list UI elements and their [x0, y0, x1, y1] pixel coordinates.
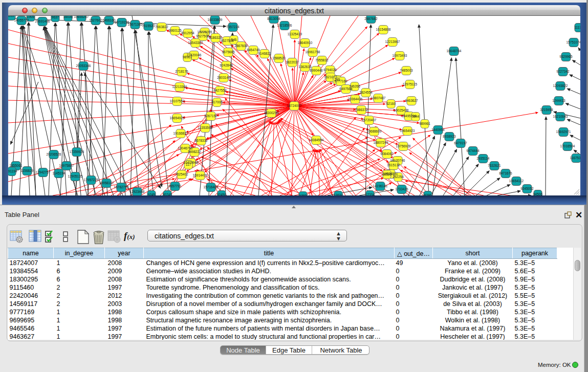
svg-text:17957225: 17957225	[84, 178, 99, 182]
svg-text:1527602: 1527602	[89, 18, 102, 22]
svg-text:15720407: 15720407	[362, 118, 377, 122]
svg-text:6497568: 6497568	[339, 87, 353, 91]
svg-text:8938923: 8938923	[443, 135, 456, 138]
svg-text:12942757: 12942757	[36, 170, 51, 174]
svg-text:10046766: 10046766	[178, 146, 193, 150]
svg-text:10973493: 10973493	[393, 54, 407, 57]
svg-text:252254: 252254	[393, 175, 404, 179]
svg-text:9084067: 9084067	[380, 152, 394, 156]
svg-text:7485003: 7485003	[400, 69, 413, 72]
svg-text:9657791: 9657791	[168, 184, 182, 188]
svg-text:9463627: 9463627	[405, 99, 418, 102]
svg-text:11353594: 11353594	[198, 126, 213, 129]
svg-text:8471676: 8471676	[499, 171, 512, 175]
svg-text:6466160: 6466160	[102, 18, 116, 22]
svg-text:12634: 12634	[334, 193, 343, 195]
svg-text:16543362: 16543362	[188, 41, 203, 45]
svg-text:9329965: 9329965	[559, 55, 573, 58]
svg-text:8912954: 8912954	[181, 31, 194, 35]
svg-text:10655267: 10655267	[74, 16, 89, 18]
svg-text:17359924: 17359924	[70, 150, 84, 154]
svg-text:7625402: 7625402	[175, 172, 188, 176]
svg-text:15716485: 15716485	[204, 185, 219, 189]
svg-text:98961: 98961	[183, 55, 192, 59]
svg-text:8427552: 8427552	[213, 89, 227, 92]
svg-text:1292: 1292	[299, 194, 307, 195]
svg-text:8454749: 8454749	[247, 48, 260, 52]
svg-text:9527506: 9527506	[196, 34, 209, 38]
svg-text:20206528: 20206528	[47, 152, 61, 156]
svg-text:7515520: 7515520	[142, 24, 155, 28]
svg-text:17334: 17334	[365, 193, 375, 195]
svg-text:117: 117	[186, 163, 191, 166]
svg-text:15751074: 15751074	[567, 40, 580, 44]
svg-text:20053346: 20053346	[76, 64, 91, 68]
svg-text:11172: 11172	[574, 26, 580, 29]
svg-text:80745: 80745	[163, 193, 172, 195]
svg-text:3822037: 3822037	[286, 60, 299, 64]
svg-text:7986372: 7986372	[355, 108, 368, 112]
svg-text:9844: 9844	[412, 115, 420, 118]
svg-text:94506: 94506	[533, 192, 542, 195]
svg-text:391194: 391194	[8, 169, 17, 173]
svg-text:9637: 9637	[52, 16, 59, 19]
svg-text:12213369: 12213369	[172, 85, 187, 89]
svg-text:16671385: 16671385	[128, 23, 143, 26]
svg-text:1167533: 1167533	[570, 156, 580, 160]
svg-text:9777169: 9777169	[334, 79, 347, 83]
svg-text:10688609: 10688609	[367, 129, 382, 133]
svg-text:9242848: 9242848	[220, 63, 233, 67]
svg-text:3675685: 3675685	[222, 50, 235, 54]
svg-text:18526: 18526	[382, 172, 391, 176]
svg-text:1156829: 1156829	[21, 169, 34, 172]
svg-text:8813054: 8813054	[267, 17, 280, 20]
svg-text:62160: 62160	[386, 102, 396, 105]
svg-text:1615132: 1615132	[387, 163, 400, 167]
svg-text:1588520: 1588520	[272, 56, 286, 60]
svg-text:10719155: 10719155	[115, 20, 129, 24]
svg-text:9227342: 9227342	[556, 70, 570, 73]
svg-text:1440954: 1440954	[431, 128, 445, 132]
svg-text:1145194: 1145194	[53, 171, 66, 175]
svg-text:19654923: 19654923	[400, 129, 415, 133]
svg-text:10654112: 10654112	[509, 179, 524, 183]
svg-text:16654925: 16654925	[170, 116, 185, 120]
svg-text:10975887: 10975887	[59, 164, 74, 167]
svg-text:18300295: 18300295	[264, 111, 279, 115]
svg-text:10807487: 10807487	[371, 96, 386, 100]
svg-text:18640910: 18640910	[298, 41, 313, 45]
svg-text:20364436: 20364436	[348, 97, 363, 101]
svg-text:8186328: 8186328	[209, 36, 222, 39]
svg-text:12975115: 12975115	[403, 82, 418, 86]
svg-text:12093822: 12093822	[553, 84, 568, 87]
svg-text:1362615: 1362615	[298, 65, 312, 69]
svg-text:92450: 92450	[217, 193, 226, 195]
svg-text:14055712: 14055712	[14, 18, 29, 22]
svg-text:209: 209	[9, 16, 14, 17]
svg-text:16154808: 16154808	[376, 28, 391, 31]
svg-text:8267150: 8267150	[204, 114, 217, 118]
svg-text:9146821: 9146821	[258, 52, 271, 55]
svg-text:16648784: 16648784	[447, 49, 462, 53]
svg-text:7663822: 7663822	[155, 25, 168, 29]
svg-text:2718176: 2718176	[175, 70, 188, 73]
svg-text:6479197: 6479197	[454, 141, 467, 145]
svg-text:19166827: 19166827	[173, 132, 188, 135]
svg-text:12905135: 12905135	[68, 174, 83, 178]
svg-text:5498222: 5498222	[188, 150, 201, 154]
svg-text:10025438: 10025438	[394, 108, 409, 112]
svg-text:2867608: 2867608	[234, 44, 248, 48]
svg-text:19756928: 19756928	[396, 144, 411, 148]
svg-text:16961758: 16961758	[306, 50, 320, 54]
svg-text:9245052: 9245052	[520, 187, 534, 190]
svg-text:17016504: 17016504	[560, 144, 575, 148]
svg-text:9474444: 9474444	[466, 149, 480, 152]
svg-text:19384554: 19384554	[309, 138, 324, 142]
svg-text:3824554: 3824554	[359, 91, 373, 94]
svg-text:2803144: 2803144	[217, 76, 230, 79]
svg-text:1244413: 1244413	[552, 99, 565, 102]
svg-text:9960125: 9960125	[168, 29, 182, 32]
svg-text:3215958: 3215958	[540, 108, 553, 112]
svg-text:12213967: 12213967	[385, 40, 400, 43]
svg-text:16120746: 16120746	[390, 159, 405, 162]
